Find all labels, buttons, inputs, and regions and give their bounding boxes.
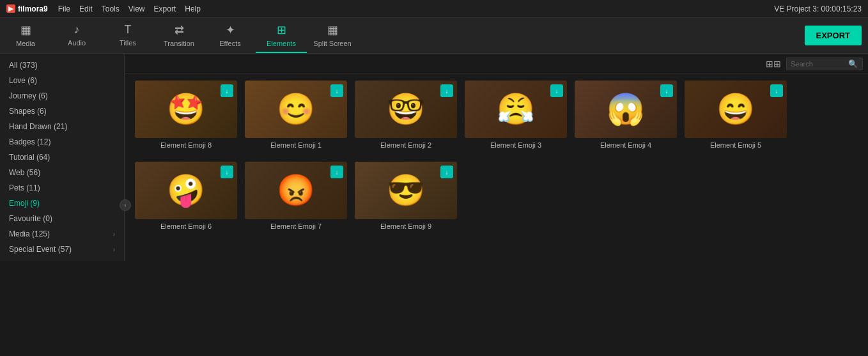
sidebar-item-3[interactable]: Shapes (6) [0,104,124,119]
sidebar-item-7[interactable]: Web (56) [0,165,124,180]
sidebar: All (373)Love (6)Journey (6)Shapes (6)Ha… [0,54,125,261]
emoji-icon-1: 😊 [277,91,315,127]
emoji-icon-4: 😱 [607,91,645,127]
sidebar-item-11[interactable]: Media (125)› [0,226,124,242]
effects-icon: ✦ [226,23,235,37]
element-thumbnail-3: 😤↓ [465,81,567,138]
menu-item-file[interactable]: File [58,4,70,13]
collapse-sidebar-button[interactable]: ‹ [120,199,131,211]
download-badge-4[interactable]: ↓ [660,84,673,97]
element-thumbnail-8: 😎↓ [355,162,457,219]
element-thumbnail-7: 😡↓ [245,162,347,219]
top-bar: ▶ filmora9 FileEditToolsViewExportHelp V… [0,0,868,18]
download-badge-6[interactable]: ↓ [221,166,233,178]
element-card-0[interactable]: 🤩↓Element Emoji 8 [135,81,237,149]
sidebar-item-label-3: Shapes (6) [9,107,47,116]
split-screen-icon: ▦ [327,23,338,37]
menu-item-tools[interactable]: Tools [102,4,120,13]
effects-label: Effects [219,40,240,47]
emoji-icon-3: 😤 [497,91,535,127]
sidebar-wrapper: All (373)Love (6)Journey (6)Shapes (6)Ha… [0,54,125,356]
menu-item-help[interactable]: Help [185,4,201,13]
main-panel: ⊞⊞ 🔍 🤩↓Element Emoji 8😊↓Element Emoji 1🤓… [125,54,868,356]
toolbar: ▦Media♪AudioTTitles⇄Transition✦Effects⊞E… [0,18,868,54]
split-screen-label: Split Screen [313,40,351,47]
transition-icon: ⇄ [174,23,184,37]
element-card-7[interactable]: 😡↓Element Emoji 7 [245,162,347,230]
toolbar-item-split-screen[interactable]: ▦Split Screen [307,18,358,53]
element-card-6[interactable]: 🤪↓Element Emoji 6 [135,162,237,230]
sidebar-item-8[interactable]: Pets (11) [0,180,124,196]
content-area: All (373)Love (6)Journey (6)Shapes (6)Ha… [0,54,868,356]
toolbar-item-audio[interactable]: ♪Audio [51,18,102,53]
sidebar-item-label-11: Media (125) [9,229,50,238]
download-badge-8[interactable]: ↓ [440,166,453,178]
sidebar-item-9[interactable]: Emoji (9) [0,196,124,211]
sidebar-item-1[interactable]: Love (6) [0,73,124,88]
sidebar-item-4[interactable]: Hand Drawn (21) [0,119,124,134]
element-label-5: Element Emoji 5 [710,141,761,149]
download-badge-5[interactable]: ↓ [770,84,783,97]
toolbar-item-elements[interactable]: ⊞Elements [256,18,307,53]
toolbar-item-titles[interactable]: TTitles [102,18,153,53]
element-row-0: 🤩↓Element Emoji 8😊↓Element Emoji 1🤓↓Elem… [135,81,858,149]
menu-items: FileEditToolsViewExportHelp [58,4,201,13]
sidebar-item-label-1: Love (6) [9,76,37,85]
toolbar-item-effects[interactable]: ✦Effects [205,18,256,53]
grid-view-icon[interactable]: ⊞⊞ [766,59,781,69]
toolbar-item-media[interactable]: ▦Media [0,18,51,53]
menu-item-edit[interactable]: Edit [79,4,93,13]
sidebar-item-label-7: Web (56) [9,168,40,177]
sidebar-item-6[interactable]: Tutorial (64) [0,150,124,165]
emoji-icon-0: 🤩 [167,91,205,127]
element-row-1: 🤪↓Element Emoji 6😡↓Element Emoji 7😎↓Elem… [135,162,858,230]
download-badge-1[interactable]: ↓ [330,84,343,97]
elements-icon: ⊞ [277,23,286,37]
menu-item-view[interactable]: View [128,4,145,13]
sidebar-item-label-6: Tutorial (64) [9,153,50,162]
project-info: VE Project 3: 00:00:15:23 [774,4,862,13]
sidebar-item-label-4: Hand Drawn (21) [9,122,67,131]
app-logo: ▶ filmora9 [6,4,48,13]
sidebar-item-12[interactable]: Special Event (57)› [0,242,124,257]
sidebar-item-label-12: Special Event (57) [9,245,72,254]
sidebar-item-0[interactable]: All (373) [0,58,124,73]
element-thumbnail-4: 😱↓ [575,81,677,138]
menu-item-export[interactable]: Export [154,4,176,13]
sidebar-item-label-10: Favourite (0) [9,214,52,223]
element-label-4: Element Emoji 4 [600,141,651,149]
sidebar-item-5[interactable]: Badges (12) [0,134,124,150]
audio-icon: ♪ [74,23,80,36]
sidebar-arrow-icon-11: › [113,231,115,238]
export-button[interactable]: EXPORT [805,26,862,45]
element-thumbnail-5: 😄↓ [685,81,787,138]
toolbar-item-transition[interactable]: ⇄Transition [153,18,205,53]
element-card-5[interactable]: 😄↓Element Emoji 5 [685,81,787,149]
element-card-3[interactable]: 😤↓Element Emoji 3 [465,81,567,149]
element-card-2[interactable]: 🤓↓Element Emoji 2 [355,81,457,149]
search-input[interactable] [791,60,848,68]
emoji-icon-7: 😡 [277,173,315,208]
sidebar-item-2[interactable]: Journey (6) [0,88,124,104]
element-label-3: Element Emoji 3 [490,141,541,149]
download-badge-3[interactable]: ↓ [550,84,563,97]
sidebar-item-label-9: Emoji (9) [9,199,40,208]
emoji-icon-5: 😄 [717,91,755,127]
download-badge-7[interactable]: ↓ [330,166,343,178]
sidebar-arrow-icon-12: › [113,246,115,253]
app-name: filmora9 [18,4,48,13]
element-card-4[interactable]: 😱↓Element Emoji 4 [575,81,677,149]
download-badge-0[interactable]: ↓ [221,84,233,97]
panel-toolbar: ⊞⊞ 🔍 [125,54,868,74]
element-thumbnail-2: 🤓↓ [355,81,457,138]
element-thumbnail-6: 🤪↓ [135,162,237,219]
element-card-8[interactable]: 😎↓Element Emoji 9 [355,162,457,230]
search-box: 🔍 [786,58,863,70]
transition-label: Transition [164,40,194,47]
element-thumbnail-0: 🤩↓ [135,81,237,138]
element-label-6: Element Emoji 6 [160,222,212,230]
sidebar-item-10[interactable]: Favourite (0) [0,211,124,226]
download-badge-2[interactable]: ↓ [440,84,453,97]
element-label-1: Element Emoji 1 [270,141,322,149]
element-card-1[interactable]: 😊↓Element Emoji 1 [245,81,347,149]
